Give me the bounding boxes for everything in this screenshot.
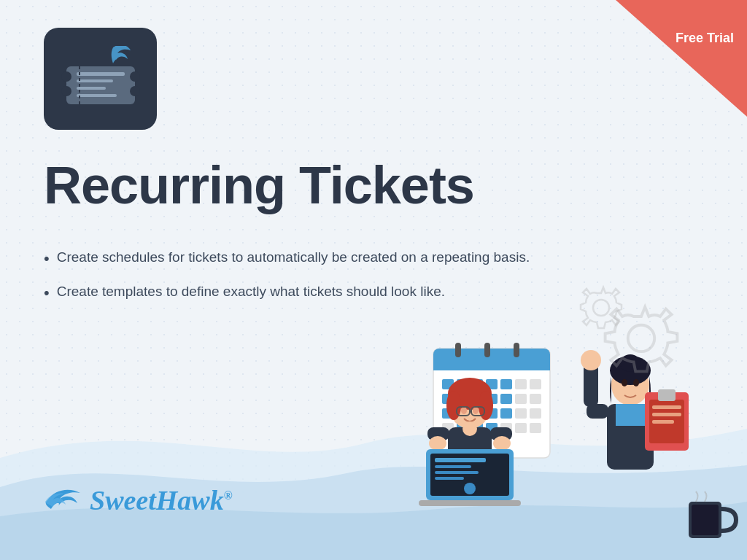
svg-rect-15	[455, 343, 461, 357]
free-trial-ribbon	[616, 0, 747, 117]
free-trial-label: Free Trial	[676, 31, 734, 47]
svg-rect-77	[616, 404, 645, 426]
svg-rect-65	[435, 471, 479, 474]
svg-point-2	[130, 71, 140, 82]
svg-point-4	[130, 86, 140, 96]
illustration-area	[346, 283, 747, 560]
svg-rect-64	[435, 465, 471, 468]
svg-point-67	[464, 483, 476, 494]
svg-rect-23	[515, 379, 527, 389]
svg-rect-17	[514, 343, 519, 357]
svg-rect-31	[530, 394, 541, 404]
svg-rect-63	[435, 458, 486, 462]
svg-rect-37	[515, 408, 527, 419]
svg-rect-14	[433, 359, 550, 370]
svg-rect-29	[500, 394, 512, 404]
svg-point-51	[473, 407, 479, 414]
svg-rect-66	[435, 477, 464, 480]
svg-point-50	[461, 407, 467, 414]
bullet-item-1: • Create schedules for tickets to automa…	[44, 248, 530, 271]
svg-rect-44	[515, 423, 527, 433]
app-icon-graphic	[61, 46, 141, 112]
svg-rect-8	[77, 94, 117, 97]
page-wrapper: Free Trial Recurring Tickets	[0, 0, 747, 560]
svg-point-56	[462, 421, 477, 436]
bullet-text-1: Create schedules for tickets to automati…	[57, 248, 530, 268]
svg-point-60	[493, 436, 511, 451]
svg-rect-36	[500, 408, 512, 419]
svg-point-11	[593, 300, 609, 316]
svg-point-59	[429, 436, 446, 451]
svg-rect-5	[77, 72, 125, 76]
app-icon	[44, 28, 157, 130]
svg-point-10	[628, 325, 654, 351]
bullet-dot-2: •	[44, 282, 50, 305]
svg-rect-89	[692, 505, 719, 535]
sweethawk-wing-icon	[44, 486, 84, 515]
svg-rect-38	[530, 408, 541, 419]
svg-rect-16	[484, 343, 490, 357]
svg-point-1	[61, 71, 71, 82]
svg-rect-6	[77, 79, 113, 82]
svg-rect-24	[530, 379, 541, 389]
sweethawk-logo: SweetHawk®	[44, 484, 233, 516]
svg-rect-0	[66, 66, 135, 104]
svg-rect-85	[652, 413, 681, 416]
svg-rect-84	[652, 405, 681, 409]
svg-rect-22	[500, 379, 512, 389]
main-title: Recurring Tickets	[44, 159, 474, 211]
svg-rect-45	[530, 423, 541, 433]
gear-small-icon	[572, 283, 630, 341]
bullet-dot-1: •	[44, 248, 50, 271]
sweethawk-brand-text: SweetHawk®	[90, 484, 233, 516]
svg-rect-7	[77, 87, 106, 90]
svg-point-3	[61, 86, 71, 96]
svg-rect-86	[652, 420, 674, 424]
svg-rect-30	[515, 394, 527, 404]
svg-rect-68	[419, 500, 521, 506]
